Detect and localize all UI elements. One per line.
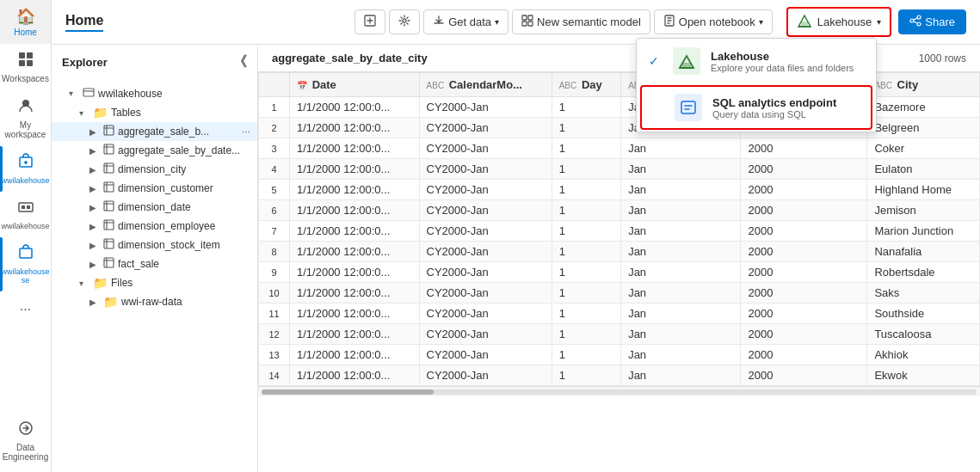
cell-cal-month: CY2000-Jan (419, 242, 552, 262)
tree-item-files[interactable]: ▾ 📁 Files (52, 273, 257, 292)
cell-city: Coker (867, 138, 980, 159)
dropdown-sql-desc: Query data using SQL (712, 109, 862, 120)
cell-cal-month: CY2000-Jan (419, 283, 552, 303)
get-data-chevron: ▾ (495, 17, 499, 27)
table-row: 5 1/1/2000 12:00:0... CY2000-Jan 1 Jan 2… (259, 180, 980, 200)
table-row: 8 1/1/2000 12:00:0... CY2000-Jan 1 Jan 2… (259, 242, 980, 262)
svg-rect-23 (681, 101, 695, 113)
col-header-city[interactable]: ABC City (867, 73, 980, 97)
cell-short-month: Jan (621, 138, 741, 159)
svg-rect-7 (22, 205, 25, 209)
dropdown-sql-name: SQL analytics endpoint (712, 96, 862, 109)
tree-table-icon-fact-sale (103, 257, 114, 271)
cell-day: 1 (552, 180, 620, 200)
home-icon: 🏠 (16, 7, 35, 26)
cell-city: Nanafalia (867, 242, 980, 262)
cell-short-month: Jan (621, 365, 741, 386)
cell-city: Tuscaloosa (867, 324, 980, 345)
cell-city: Eulaton (867, 159, 980, 180)
nav-item-more[interactable]: ··· (0, 295, 51, 324)
table-row: 14 1/1/2000 12:00:0... CY2000-Jan 1 Jan … (259, 365, 980, 386)
lakehouse-button[interactable]: Lakehouse ▾ (786, 7, 892, 37)
cell-cal-month: CY2000-Jan (419, 118, 552, 138)
cell-cal-month: CY2000-Jan (419, 324, 552, 345)
cell-day: 1 (552, 138, 620, 159)
table-row: 7 1/1/2000 12:00:0... CY2000-Jan 1 Jan 2… (259, 221, 980, 242)
tree-item-aggregate-sale-b[interactable]: ▶ aggregate_sale_b... ··· (52, 122, 257, 141)
tree-item-root[interactable]: ▾ wwilakehouse (52, 83, 257, 103)
nav-item-wwilakehouse1[interactable]: wwilakehouse (0, 146, 51, 192)
wwilakehouse2-icon (17, 199, 34, 220)
dropdown-item-lakehouse[interactable]: ✓ Lakehouse Explore your data files and … (637, 39, 876, 83)
tree-item-aggregate-sale-by-date[interactable]: ▶ aggregate_sale_by_date... (52, 141, 257, 160)
explorer-tree: ▾ wwilakehouse ▾ 📁 Tables ▶ (52, 80, 257, 472)
nav-item-wwilakehouse2[interactable]: wwilakehouse (0, 192, 51, 237)
tree-item-wwi-raw-data[interactable]: ▶ 📁 wwi-raw-data (52, 292, 257, 311)
nav-item-workspaces[interactable]: Workspaces (0, 44, 51, 90)
tree-table-icon-agg1 (103, 125, 114, 138)
cell-short-month: Jan (621, 303, 741, 324)
get-data-icon (433, 15, 445, 29)
cell-day: 1 (552, 345, 620, 365)
nav-item-wwilakehouse3[interactable]: wwilakehouse se (0, 237, 51, 291)
new-item-button[interactable] (354, 9, 385, 34)
tree-item-dimension-date[interactable]: ▶ dimension_date (52, 198, 257, 217)
cell-city: Bazemore (867, 97, 980, 118)
tree-tables-label: Tables (111, 107, 141, 119)
tree-item-dimension-city[interactable]: ▶ dimension_city (52, 160, 257, 179)
tree-item-fact-sale[interactable]: ▶ fact_sale (52, 254, 257, 273)
cell-cal-year: 2000 (741, 159, 867, 180)
cell-cal-year: 2000 (741, 345, 867, 365)
col-header-calendar-month[interactable]: ABC CalendarMo... (419, 73, 552, 97)
wwilakehouse1-icon (17, 153, 34, 175)
my-workspace-icon (17, 97, 34, 119)
tree-chevron-fact-sale: ▶ (89, 260, 100, 269)
col-header-num (259, 73, 290, 97)
get-data-button[interactable]: Get data ▾ (423, 9, 508, 34)
tree-agg1-actions[interactable]: ··· (242, 126, 250, 138)
cell-row-num: 1 (259, 97, 290, 118)
new-semantic-model-button[interactable]: New semantic model (512, 9, 650, 34)
main-area: Home Get data ▾ (52, 0, 980, 472)
nav-item-my-workspace[interactable]: My workspace (0, 90, 51, 146)
tree-files-label: Files (111, 277, 133, 289)
tree-dim-stock-label: dimension_stock_item (118, 239, 220, 251)
horizontal-scrollbar[interactable] (258, 386, 980, 396)
cell-city: Saks (867, 283, 980, 303)
tree-item-dimension-employee[interactable]: ▶ dimension_employee (52, 217, 257, 236)
tree-root-label: wwilakehouse (98, 88, 163, 100)
tree-dim-city-label: dimension_city (118, 163, 186, 175)
nav-wwilakehouse2-label: wwilakehouse (1, 222, 49, 230)
tree-table-icon-dim-date (103, 200, 114, 214)
col-header-day[interactable]: ABC Day (552, 73, 620, 97)
svg-rect-3 (27, 60, 33, 66)
open-notebook-button[interactable]: Open notebook ▾ (654, 9, 773, 34)
cell-row-num: 2 (259, 118, 290, 138)
nav-item-home[interactable]: 🏠 Home (0, 0, 51, 44)
cell-day: 1 (552, 324, 620, 345)
svg-rect-28 (104, 182, 114, 192)
cell-row-num: 5 (259, 180, 290, 200)
tree-item-tables[interactable]: ▾ 📁 Tables (52, 103, 257, 122)
cell-cal-month: CY2000-Jan (419, 345, 552, 365)
share-button[interactable]: Share (898, 9, 966, 34)
cell-cal-year: 2000 (741, 303, 867, 324)
settings-button[interactable] (389, 9, 420, 34)
svg-rect-30 (104, 220, 114, 230)
lakehouse-icon (797, 13, 812, 31)
topbar-actions: Get data ▾ New semantic model Open noteb… (354, 9, 772, 34)
nav-item-data-engineering[interactable]: Data Engineering (0, 413, 51, 472)
col-header-date[interactable]: 📅 Date (290, 73, 420, 97)
cell-day: 1 (552, 303, 620, 324)
dropdown-item-sql[interactable]: SQL analytics endpoint Query data using … (640, 85, 872, 130)
explorer-title: Explorer (62, 56, 108, 69)
svg-rect-6 (19, 203, 33, 211)
cell-cal-month: CY2000-Jan (419, 180, 552, 200)
open-notebook-label: Open notebook (679, 15, 755, 28)
tree-item-dimension-stock-item[interactable]: ▶ dimension_stock_item (52, 236, 257, 254)
explorer-collapse-button[interactable]: 《 (233, 53, 247, 71)
cell-day: 1 (552, 242, 620, 262)
table-row: 9 1/1/2000 12:00:0... CY2000-Jan 1 Jan 2… (259, 262, 980, 283)
open-notebook-icon (663, 15, 675, 29)
tree-item-dimension-customer[interactable]: ▶ dimension_customer (52, 179, 257, 198)
